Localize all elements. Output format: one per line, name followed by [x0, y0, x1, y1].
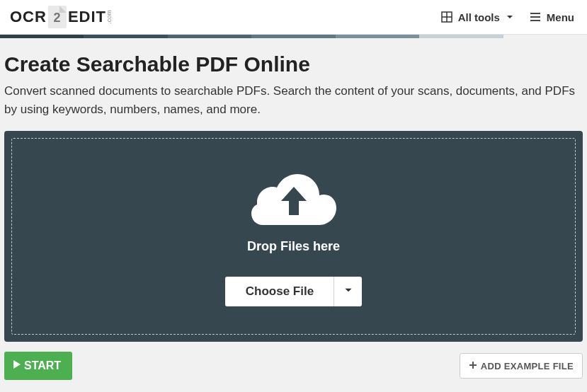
chevron-down-icon — [343, 285, 353, 298]
logo-suffix: .com — [106, 10, 113, 24]
main-content: Create Searchable PDF Online Convert sca… — [0, 38, 587, 380]
drop-text: Drop Files here — [247, 239, 340, 254]
chevron-down-icon — [506, 13, 514, 21]
start-label: START — [24, 359, 61, 372]
logo-text-ocr: OCR — [10, 8, 47, 26]
choose-file-dropdown[interactable] — [334, 277, 362, 306]
all-tools-menu[interactable]: All tools — [441, 11, 514, 23]
hamburger-icon — [530, 11, 541, 23]
action-row: START ADD EXAMPLE FILE — [4, 352, 583, 380]
header-nav: All tools Menu — [441, 11, 574, 23]
grid-icon — [441, 11, 452, 23]
logo-document-icon: 2 — [48, 6, 67, 28]
logo-text-edit: EDIT — [68, 8, 106, 26]
page-subtitle: Convert scanned documents to searchable … — [4, 82, 583, 118]
site-logo[interactable]: OCR 2 EDIT .com — [10, 6, 116, 28]
play-icon — [13, 359, 21, 372]
drop-zone[interactable]: Drop Files here Choose File — [11, 138, 576, 335]
start-button[interactable]: START — [4, 352, 72, 380]
main-menu[interactable]: Menu — [530, 11, 574, 23]
upload-panel: Drop Files here Choose File — [4, 131, 583, 342]
add-example-file-button[interactable]: ADD EXAMPLE FILE — [460, 353, 583, 379]
plus-icon — [469, 361, 477, 371]
all-tools-label: All tools — [458, 11, 500, 23]
choose-file-group: Choose File — [225, 277, 362, 306]
cloud-upload-icon — [251, 167, 336, 234]
menu-label: Menu — [547, 11, 574, 23]
progress-stripe — [0, 35, 587, 38]
page-title: Create Searchable PDF Online — [4, 52, 583, 76]
header: OCR 2 EDIT .com All tools — [0, 0, 587, 35]
add-example-label: ADD EXAMPLE FILE — [481, 361, 574, 371]
choose-file-button[interactable]: Choose File — [225, 277, 334, 306]
